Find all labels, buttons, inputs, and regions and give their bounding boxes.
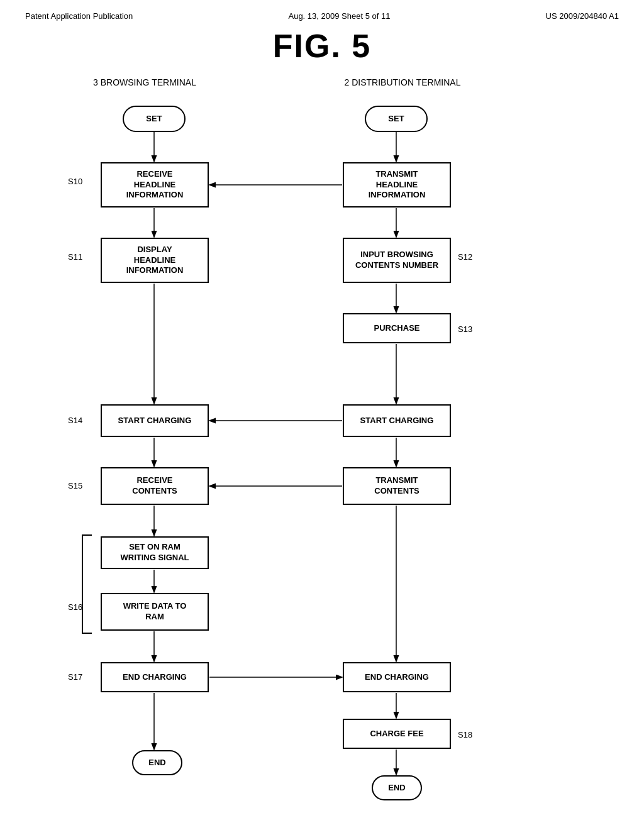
s13-label: S13 xyxy=(458,324,472,334)
s10-label: S10 xyxy=(68,177,82,186)
write-data-box: WRITE DATA TO RAM xyxy=(101,593,209,631)
end-charging-right-box: END CHARGING xyxy=(343,662,451,692)
end-right-box: END xyxy=(372,775,422,800)
header-middle: Aug. 13, 2009 Sheet 5 of 11 xyxy=(288,11,390,21)
receive-headline-box: RECEIVE HEADLINE INFORMATION xyxy=(101,162,209,208)
s14-label: S14 xyxy=(68,416,82,425)
transmit-headline-box: TRANSMIT HEADLINE INFORMATION xyxy=(343,162,451,208)
left-set-box: SET xyxy=(123,106,186,132)
purchase-box: PURCHASE xyxy=(343,313,451,343)
header-right: US 2009/204840 A1 xyxy=(546,11,619,21)
s18-label: S18 xyxy=(458,730,472,739)
start-charging-left-box: START CHARGING xyxy=(101,404,209,437)
s11-label: S11 xyxy=(68,252,82,262)
set-on-ram-box: SET ON RAM WRITING SIGNAL xyxy=(101,536,209,569)
start-charging-right-box: START CHARGING xyxy=(343,404,451,437)
s15-label: S15 xyxy=(68,481,82,490)
end-charging-left-box: END CHARGING xyxy=(101,662,209,692)
input-browsing-box: INPUT BROWSING CONTENTS NUMBER xyxy=(343,238,451,283)
receive-contents-box: RECEIVE CONTENTS xyxy=(101,467,209,505)
s17-label: S17 xyxy=(68,672,82,682)
end-left-box: END xyxy=(132,750,182,775)
s16-label: S16 xyxy=(68,602,82,612)
fig-title: FIG. 5 xyxy=(0,27,644,65)
display-headline-box: DISPLAY HEADLINE INFORMATION xyxy=(101,238,209,283)
arrows-svg xyxy=(0,71,644,807)
charge-fee-box: CHARGE FEE xyxy=(343,719,451,749)
col-left-label: 3 BROWSING TERMINAL xyxy=(82,77,208,87)
header-left: Patent Application Publication xyxy=(25,11,133,21)
col-right-label: 2 DISTRIBUTION TERMINAL xyxy=(333,77,472,87)
transmit-contents-box: TRANSMIT CONTENTS xyxy=(343,467,451,505)
s12-label: S12 xyxy=(458,252,472,262)
right-set-box: SET xyxy=(365,106,428,132)
